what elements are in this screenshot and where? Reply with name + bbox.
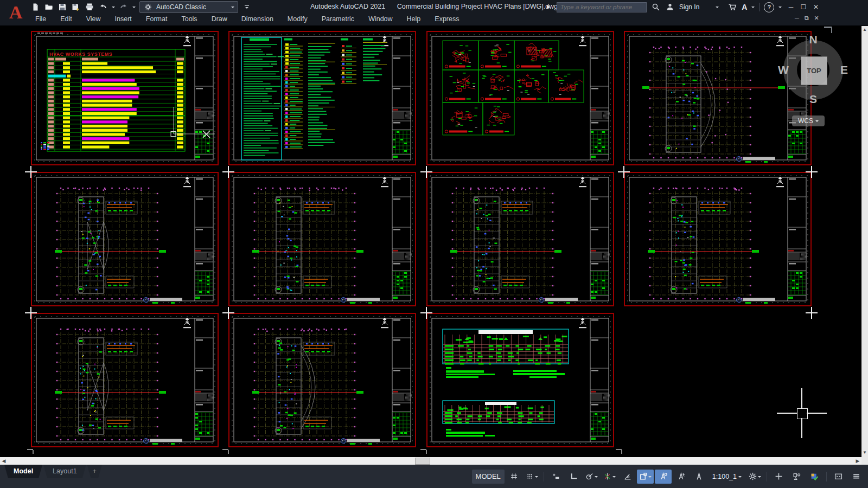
open-icon[interactable] <box>44 2 54 12</box>
viewcube-north[interactable]: N <box>809 33 817 46</box>
tab-layout1[interactable]: Layout1 <box>43 465 86 478</box>
menu-format[interactable]: Format <box>139 14 175 25</box>
redo-icon[interactable] <box>119 2 129 12</box>
doc-minimize-button[interactable]: ─ <box>793 15 801 22</box>
object-snap-chevron-down-icon[interactable] <box>648 476 652 479</box>
doc-restore-button[interactable]: ⧉ <box>803 15 810 22</box>
search-icon[interactable] <box>651 2 661 12</box>
viewcube-west[interactable]: W <box>778 63 789 76</box>
close-button[interactable]: ✕ <box>810 3 821 11</box>
workspace-switching-chevron-down-icon[interactable] <box>758 476 761 479</box>
tab-model[interactable]: Model <box>4 465 42 478</box>
status-grid-display-button[interactable] <box>506 470 522 484</box>
menu-insert[interactable]: Insert <box>108 14 139 25</box>
vertical-scrollbar[interactable]: ▲ ▼ <box>861 25 868 457</box>
horizontal-scrollbar[interactable]: ◀ ▶ <box>0 457 861 465</box>
status-annotation-monitor-button[interactable] <box>788 470 805 484</box>
sheet-hvac-floor-plan-4[interactable] <box>624 172 812 306</box>
undo-icon[interactable] <box>98 2 108 12</box>
scroll-down-icon[interactable]: ▼ <box>861 450 868 456</box>
scroll-left-icon[interactable]: ◀ <box>0 457 8 465</box>
status-ortho-mode-button[interactable] <box>565 470 582 484</box>
maximize-button[interactable]: ☐ <box>798 3 809 11</box>
sheet-hvac-floor-plan-3[interactable] <box>426 172 614 306</box>
menu-draw[interactable]: Draw <box>205 14 234 25</box>
doc-close-button[interactable]: ✕ <box>813 15 820 22</box>
menu-help[interactable]: Help <box>400 14 428 25</box>
drawing-canvas[interactable]: HVAC WORKS SYSTEMS N W E S TOP WCS <box>0 25 861 457</box>
clean-icon <box>834 472 843 480</box>
sheet-drawing <box>228 31 416 165</box>
polar-tracking-chevron-down-icon[interactable] <box>595 476 598 479</box>
menu-dimension[interactable]: Dimension <box>234 14 280 25</box>
sheet-hvac-floor-plan-2[interactable] <box>228 172 416 306</box>
sheet-installation-details[interactable] <box>426 31 614 165</box>
status-clean-screen-button[interactable] <box>830 470 847 484</box>
qnew-icon[interactable] <box>30 2 40 12</box>
search-input[interactable] <box>557 2 647 12</box>
status-object-snap-tracking-button[interactable] <box>619 470 636 484</box>
viewcube-top-face[interactable]: TOP <box>801 56 827 85</box>
help-chevron-down-icon[interactable] <box>778 7 782 10</box>
menu-express[interactable]: Express <box>427 14 466 25</box>
store-chevron-down-icon[interactable] <box>751 7 755 10</box>
menu-file[interactable]: File <box>28 14 53 25</box>
status-snap-mode-button[interactable] <box>524 470 540 484</box>
sheet-drawing <box>228 172 416 306</box>
menu-tools[interactable]: Tools <box>174 14 204 25</box>
sheet-hvac-floor-plan-5[interactable] <box>31 313 219 447</box>
help-icon[interactable]: ? <box>764 2 774 12</box>
status-plus-button[interactable] <box>770 470 787 484</box>
saveas-icon[interactable] <box>71 2 81 12</box>
workspace-dropdown[interactable]: AutoCAD Classic <box>139 1 238 13</box>
sheet-general-notes-and-legend[interactable] <box>228 31 416 165</box>
status-model-space-toggle[interactable]: MODEL <box>472 470 505 484</box>
redo-chevron-down-icon[interactable] <box>132 7 136 10</box>
snap-mode-chevron-down-icon[interactable] <box>535 476 538 479</box>
sign-in-button[interactable]: Sign In <box>679 3 699 11</box>
viewcube-south[interactable]: S <box>809 93 817 106</box>
status-annotation-autoscale-button[interactable] <box>673 470 690 484</box>
scroll-right-icon[interactable]: ▶ <box>854 457 861 465</box>
status-polar-tracking-button[interactable] <box>583 470 600 484</box>
perf-icon <box>810 472 819 480</box>
isometric-drafting-chevron-down-icon[interactable] <box>612 476 616 479</box>
menu-window[interactable]: Window <box>361 14 399 25</box>
status-dynamic-input-button[interactable] <box>547 470 564 484</box>
autodesk-a-icon[interactable]: A <box>742 3 747 11</box>
save-icon[interactable] <box>58 2 67 12</box>
autocad-logo-icon[interactable]: A <box>5 1 26 24</box>
status-isometric-drafting-button[interactable] <box>601 470 618 484</box>
scroll-up-icon[interactable]: ▲ <box>861 27 868 33</box>
annotation-scale-chevron-down-icon[interactable] <box>738 476 742 479</box>
viewcube-east[interactable]: E <box>840 63 848 76</box>
undo-chevron-down-icon[interactable] <box>112 7 115 10</box>
menu-modify[interactable]: Modify <box>280 14 315 25</box>
viewcube-wcs-menu[interactable]: WCS <box>792 115 825 126</box>
status-workspace-switching-button[interactable] <box>746 470 763 484</box>
menu-edit[interactable]: Edit <box>53 14 79 25</box>
status-graphics-performance-button[interactable] <box>806 470 823 484</box>
user-icon[interactable] <box>665 2 675 12</box>
status-customization-button[interactable] <box>848 470 865 484</box>
sign-in-chevron-down-icon[interactable] <box>716 7 719 10</box>
sheet-hvac-floor-plan-1[interactable] <box>31 172 219 306</box>
customize-quick-access-icon[interactable] <box>242 2 252 12</box>
minimize-button[interactable]: ─ <box>786 3 796 11</box>
sheet-equipment-schedules[interactable] <box>426 313 614 447</box>
sheet-site-key-plan[interactable] <box>624 31 812 165</box>
plot-icon[interactable] <box>85 2 94 12</box>
sheet-hvac-floor-plan-6[interactable] <box>228 313 416 447</box>
status-annotation-scale-icon-button[interactable] <box>691 470 707 484</box>
collapse-search-arrow-icon[interactable] <box>547 5 552 9</box>
status-annotation-visibility-button[interactable] <box>655 470 672 484</box>
document-window-controls: ─ ⧉ ✕ <box>793 15 820 22</box>
scrollbar-thumb[interactable] <box>415 458 430 465</box>
status-annotation-scale[interactable]: 1:100_1 <box>709 470 745 484</box>
status-object-snap-button[interactable] <box>637 470 654 484</box>
add-layout-button[interactable]: + <box>87 465 102 478</box>
menu-view[interactable]: View <box>79 14 108 25</box>
app-store-cart-icon[interactable] <box>727 2 737 12</box>
menu-parametric[interactable]: Parametric <box>315 14 361 25</box>
sheet-hvac-works-systems-schedule[interactable]: HVAC WORKS SYSTEMS <box>31 31 219 165</box>
